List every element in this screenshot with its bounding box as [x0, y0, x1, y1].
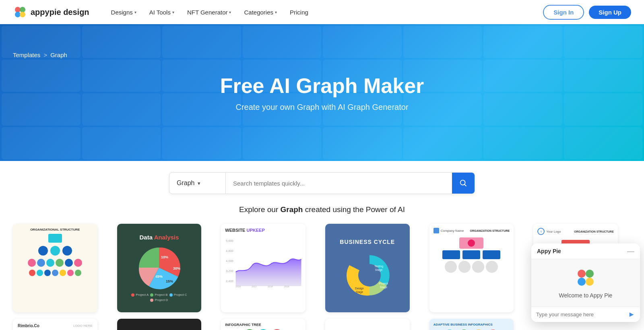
breadcrumb: Templates > Graph [13, 52, 67, 58]
nav-pricing[interactable]: Pricing [284, 6, 314, 19]
pie-chart: 30% 15% 10% 45% [137, 245, 181, 290]
template-card-adaptive-business[interactable]: ADAPTIVE BUSINESS INFOGRAPHICS [429, 319, 514, 330]
svg-text:15%: 15% [166, 279, 173, 283]
svg-text:2016: 2016 [236, 285, 241, 288]
svg-text:2,400: 2,400 [226, 279, 234, 283]
nav-nft-generator[interactable]: NFT Generator ▾ [182, 6, 237, 19]
svg-point-3 [20, 12, 25, 17]
svg-text:5,600: 5,600 [226, 239, 234, 243]
search-button[interactable] [452, 173, 475, 194]
svg-text:2019: 2019 [284, 285, 289, 288]
navbar: appypie design Designs ▾ AI Tools ▾ NFT … [0, 0, 644, 24]
svg-text:2018: 2018 [268, 285, 273, 288]
hero-content: Free AI Graph Maker Create your own Grap… [212, 66, 432, 120]
svg-text:Testing: Testing [374, 265, 383, 268]
template-title: ORGANIZATIONAL STRUCTURE [30, 228, 80, 231]
chevron-down-icon: ▾ [134, 10, 136, 14]
search-type-label: Graph [177, 179, 194, 187]
svg-text:4,000: 4,000 [226, 259, 234, 263]
svg-text:Stage: Stage [356, 291, 363, 294]
svg-point-28 [586, 278, 594, 286]
hero-section: Templates > Graph Free AI Graph Maker Cr… [0, 24, 644, 161]
svg-text:10%: 10% [161, 255, 168, 259]
chat-logo [575, 267, 596, 288]
chat-send-button[interactable]: ► [628, 310, 635, 319]
chat-input[interactable] [536, 311, 625, 318]
chat-welcome-text: Welcome to Appy Pie [559, 292, 613, 299]
chat-close-button[interactable]: — [627, 248, 634, 255]
chat-title: Appy Pie [537, 248, 561, 254]
svg-point-25 [578, 270, 586, 278]
send-icon: ► [628, 310, 635, 318]
svg-text:Project: Project [379, 282, 388, 285]
svg-point-26 [586, 270, 594, 278]
logo-text: appypie design [31, 8, 89, 17]
logo[interactable]: appypie design [13, 5, 89, 19]
nav-categories[interactable]: Categories ▾ [238, 6, 283, 19]
pie-legend: Project A Project B Project C Project D [123, 293, 196, 302]
svg-point-27 [578, 278, 586, 286]
breadcrumb-separator: > [43, 52, 47, 58]
chevron-down-icon: ▾ [229, 10, 231, 14]
signin-button[interactable]: Sign In [543, 5, 584, 20]
template-card-org-structure[interactable]: ORGANIZATIONAL STRUCTURE [13, 224, 97, 312]
template-card-income-analysis[interactable]: INCOME ANALYSIS [325, 319, 410, 330]
template-card-data-analysis[interactable]: Data Analysis 30% 15% 10% 45% Project A … [117, 224, 202, 312]
nav-links: Designs ▾ AI Tools ▾ NFT Generator ▾ Cat… [105, 6, 543, 19]
chat-body: Welcome to Appy Pie [531, 259, 640, 307]
search-bar: Graph ▾ [169, 172, 475, 194]
chat-header: Appy Pie — [531, 243, 640, 259]
logo-icon [13, 5, 27, 19]
svg-point-1 [20, 7, 25, 12]
chat-widget: Appy Pie — Welcome to Appy Pie ► [531, 243, 640, 322]
template-title: WEBSITE UPKEEP [225, 228, 301, 233]
svg-text:4,800: 4,800 [226, 249, 234, 253]
template-card-org-structure-2[interactable]: Company Name ORGANIZATION STRUCTURE [429, 224, 514, 312]
template-card-mobile-visitors[interactable]: MOBILE Visitors [117, 319, 202, 330]
search-type-dropdown[interactable]: Graph ▾ [169, 173, 226, 194]
explore-title: Explore our Graph created using the Powe… [13, 205, 631, 214]
hero-subtitle: Create your own Graph with AI Graph Gene… [220, 103, 424, 112]
search-input[interactable] [226, 173, 452, 194]
svg-text:3,200: 3,200 [226, 269, 234, 273]
signup-button[interactable]: Sign Up [589, 6, 631, 19]
svg-text:2017: 2017 [252, 285, 257, 288]
svg-point-2 [15, 12, 21, 17]
template-card-website-upkeep[interactable]: WEBSITE UPKEEP 5,600 4,800 4,000 3,200 2… [221, 224, 305, 312]
svg-text:Stage: Stage [375, 268, 382, 272]
chevron-down-icon: ▾ [198, 180, 200, 186]
search-icon [459, 179, 468, 188]
svg-point-0 [15, 7, 21, 12]
svg-text:Stage: Stage [380, 286, 387, 289]
template-card-rimbrio[interactable]: Rimbrio.Co LOGO HERE [13, 319, 97, 330]
template-card-business-cycle[interactable]: BUSINESS CYCLE [325, 224, 410, 312]
chevron-down-icon: ▾ [275, 10, 277, 14]
breadcrumb-templates[interactable]: Templates [13, 52, 40, 58]
nav-designs[interactable]: Designs ▾ [105, 6, 142, 19]
svg-text:45%: 45% [155, 274, 163, 278]
chevron-down-icon: ▾ [172, 10, 174, 14]
hero-title: Free AI Graph Maker [220, 74, 424, 98]
nav-ai-tools[interactable]: AI Tools ▾ [144, 6, 180, 19]
template-title: BUSINESS CYCLE [340, 239, 395, 245]
org-chart [17, 234, 93, 308]
chat-input-area: ► [531, 307, 640, 322]
area-chart: 5,600 4,800 4,000 3,200 2,400 [225, 236, 301, 308]
svg-text:Design: Design [355, 287, 364, 290]
nav-actions: Sign In Sign Up [543, 5, 631, 20]
template-card-infographic-tree[interactable]: INFOGRAPHIC TREE 1 0 5 [221, 319, 305, 330]
template-title: Data Analysis [140, 234, 179, 241]
breadcrumb-current: Graph [50, 52, 67, 58]
svg-text:30%: 30% [173, 266, 180, 270]
search-section: Graph ▾ [0, 161, 644, 199]
donut-chart: Testing Stage Project Stage Design Stage [343, 249, 392, 297]
